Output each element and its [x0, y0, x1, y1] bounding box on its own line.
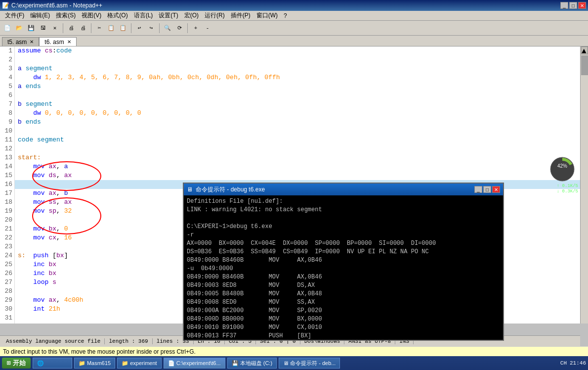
debug-line-17: 0B49:0013 FF37 PUSH [BX]	[187, 332, 500, 340]
line-num-27: 27	[0, 278, 14, 287]
taskbar: ⊞ 开始 🌐 📁 Masm615 📁 experiment 📄 C:\exper…	[0, 356, 588, 370]
title-bar-controls[interactable]: _ □ ✕	[560, 2, 586, 9]
vertical-scrollbar[interactable]: ▲	[580, 46, 588, 324]
tab-t6-close[interactable]: ✕	[67, 39, 71, 45]
minimize-button[interactable]: _	[560, 2, 568, 9]
line-num-9: 9	[0, 118, 14, 127]
debug-line-10: 0B49:0000 B8460B MOV AX,0B46	[187, 273, 500, 281]
svg-point-0	[550, 157, 574, 181]
debug-line-4: C:\EXPERI~1>debug t6.exe	[187, 223, 500, 231]
scroll-thumb[interactable]	[581, 55, 588, 75]
start-icon: ⊞	[7, 359, 11, 367]
line-num-17: 17	[0, 189, 14, 198]
menu-search[interactable]: 搜索(S)	[53, 11, 79, 20]
line-num-3: 3	[0, 64, 14, 73]
menu-bar: 文件(F) 编辑(E) 搜索(S) 视图(V) 格式(O) 语言(L) 设置(T…	[0, 11, 588, 21]
sep3	[131, 23, 131, 33]
paste-button[interactable]: 📋	[118, 23, 128, 34]
menu-help[interactable]: ?	[281, 12, 290, 20]
debug-minimize[interactable]: _	[474, 186, 482, 193]
menu-file[interactable]: 文件(F)	[2, 11, 27, 20]
start-label: 开始	[13, 359, 26, 368]
line-num-28: 28	[0, 287, 14, 296]
menu-format[interactable]: 格式(O)	[104, 11, 130, 20]
code-line-13: start:	[15, 153, 580, 162]
debug-title: 命令提示符 - debug t6.exe	[196, 185, 265, 194]
title-bar-left: 📝 C:\experiment\t6.asm - Notepad++	[2, 2, 102, 9]
menu-run[interactable]: 运行(R)	[202, 11, 228, 20]
scroll-up-btn[interactable]: ▲	[581, 46, 588, 54]
line-num-21: 21	[0, 225, 14, 233]
tab-t6[interactable]: t6. asm ✕	[39, 37, 76, 46]
tab-t5-close[interactable]: ✕	[30, 39, 34, 45]
taskbar-cmd[interactable]: 🖥 命令提示符 - deb...	[279, 358, 340, 369]
line-num-6: 6	[0, 91, 14, 100]
line-num-22: 22	[0, 233, 14, 242]
taskbar-masm[interactable]: 📁 Masm615	[74, 358, 115, 369]
print-button[interactable]: 🖨	[66, 23, 77, 34]
line-num-30: 30	[0, 305, 14, 314]
print2-button[interactable]: 🖨	[78, 23, 88, 34]
sep2	[91, 23, 91, 33]
code-line-5: a ends	[15, 82, 580, 91]
open-button[interactable]: 📂	[14, 23, 25, 34]
close-button2[interactable]: ✕	[49, 23, 60, 34]
menu-view[interactable]: 视图(V)	[79, 11, 104, 20]
copy-button[interactable]: 📋	[106, 23, 117, 34]
taskbar-notepad[interactable]: 📄 C:\experiment\t6...	[164, 358, 225, 369]
line-num-16: 16	[0, 180, 14, 189]
debug-line-14: 0B49:000A BC2000 MOV SP,0020	[187, 307, 500, 315]
taskbar-time: 21:46	[570, 360, 586, 366]
debug-line-5: -r	[187, 231, 500, 239]
menu-macro[interactable]: 宏(O)	[181, 11, 202, 20]
taskbar-right: CH 21:46	[560, 360, 586, 366]
taskbar-disk[interactable]: 💾 本地磁盘 (C:)	[227, 358, 277, 369]
new-button[interactable]: 📄	[2, 23, 13, 34]
code-line-2	[15, 55, 580, 64]
cut-button[interactable]: ✂	[94, 23, 105, 34]
save-button[interactable]: 💾	[26, 23, 37, 34]
debug-close[interactable]: ✕	[492, 186, 500, 193]
taskbar-ie[interactable]: 🌐	[33, 358, 72, 369]
tabs-bar: t5. asm ✕ t6. asm ✕	[0, 36, 588, 46]
menu-plugins[interactable]: 插件(P)	[228, 11, 253, 20]
debug-line-3	[187, 214, 500, 223]
save-all-button[interactable]: 🖫	[38, 23, 48, 34]
code-line-6	[15, 91, 580, 100]
line-num-10: 10	[0, 127, 14, 136]
sep4	[159, 23, 160, 33]
start-button[interactable]: ⊞ 开始	[2, 358, 31, 369]
code-line-10	[15, 127, 580, 136]
debug-line-16: 0B49:0010 B91000 MOV CX,0010	[187, 324, 500, 332]
line-num-19: 19	[0, 207, 14, 216]
line-num-15: 15	[0, 171, 14, 180]
find-button[interactable]: 🔍	[162, 23, 173, 34]
window-title: C:\experiment\t6.asm - Notepad++	[11, 2, 102, 9]
sep1	[63, 23, 63, 33]
title-bar: 📝 C:\experiment\t6.asm - Notepad++ _ □ ✕	[0, 0, 588, 11]
code-line-3: a segment	[15, 64, 580, 73]
menu-language[interactable]: 语言(L)	[131, 11, 156, 20]
sep5	[187, 23, 188, 33]
taskbar-experiment[interactable]: 📁 experiment	[117, 358, 161, 369]
code-line-12	[15, 144, 580, 153]
undo-button[interactable]: ↩	[134, 23, 145, 34]
debug-titlebar: 🖥 命令提示符 - debug t6.exe _ □ ✕	[184, 184, 503, 195]
replace-button[interactable]: ⟳	[174, 23, 185, 34]
debug-line-12: 0B49:0005 B8480B MOV AX,0B48	[187, 290, 500, 298]
debug-controls[interactable]: _ □ ✕	[474, 186, 500, 193]
zoom-in-button[interactable]: +	[190, 23, 201, 34]
menu-edit[interactable]: 编辑(E)	[27, 11, 53, 20]
debug-maximize[interactable]: □	[483, 186, 491, 193]
tab-t5[interactable]: t5. asm ✕	[2, 37, 39, 46]
line-num-25: 25	[0, 260, 14, 269]
line-num-18: 18	[0, 198, 14, 207]
close-button[interactable]: ✕	[578, 2, 586, 9]
maximize-button[interactable]: □	[569, 2, 577, 9]
menu-window[interactable]: 窗口(W)	[253, 11, 281, 20]
redo-button[interactable]: ↪	[146, 23, 157, 34]
svg-text:42%: 42%	[557, 163, 567, 169]
menu-settings[interactable]: 设置(T)	[156, 11, 181, 20]
line-num-13: 13	[0, 153, 14, 162]
zoom-out-button[interactable]: -	[202, 23, 213, 34]
